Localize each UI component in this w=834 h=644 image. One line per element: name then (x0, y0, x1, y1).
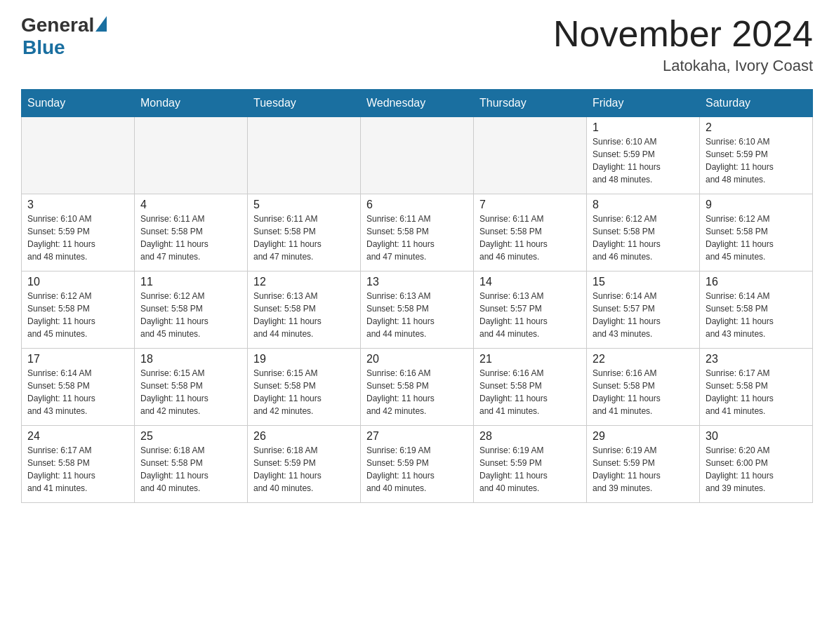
day-number: 2 (706, 121, 807, 134)
calendar-cell: 7Sunrise: 6:11 AM Sunset: 5:58 PM Daylig… (474, 194, 587, 271)
day-number: 9 (706, 199, 807, 211)
day-info: Sunrise: 6:12 AM Sunset: 5:58 PM Dayligh… (593, 214, 661, 262)
location: Latokaha, Ivory Coast (553, 57, 813, 75)
day-number: 15 (593, 276, 694, 288)
day-info: Sunrise: 6:11 AM Sunset: 5:58 PM Dayligh… (253, 214, 322, 262)
day-number: 30 (706, 430, 807, 443)
calendar-cell: 13Sunrise: 6:13 AM Sunset: 5:58 PM Dayli… (361, 271, 474, 349)
calendar-cell: 10Sunrise: 6:12 AM Sunset: 5:58 PM Dayli… (22, 271, 135, 349)
logo-triangle-icon (95, 16, 107, 32)
day-number: 24 (27, 430, 128, 443)
day-number: 27 (366, 430, 468, 443)
calendar-cell: 9Sunrise: 6:12 AM Sunset: 5:58 PM Daylig… (700, 194, 813, 271)
day-number: 28 (479, 430, 581, 443)
day-info: Sunrise: 6:13 AM Sunset: 5:58 PM Dayligh… (366, 291, 435, 339)
day-info: Sunrise: 6:18 AM Sunset: 5:59 PM Dayligh… (253, 445, 322, 493)
calendar-cell: 18Sunrise: 6:15 AM Sunset: 5:58 PM Dayli… (135, 349, 248, 426)
calendar-cell: 8Sunrise: 6:12 AM Sunset: 5:58 PM Daylig… (587, 194, 700, 271)
calendar-cell: 12Sunrise: 6:13 AM Sunset: 5:58 PM Dayli… (248, 271, 361, 349)
day-info: Sunrise: 6:11 AM Sunset: 5:58 PM Dayligh… (140, 214, 208, 262)
calendar-cell: 11Sunrise: 6:12 AM Sunset: 5:58 PM Dayli… (135, 271, 248, 349)
day-number: 17 (27, 353, 128, 365)
weekday-header-wednesday: Wednesday (361, 90, 474, 117)
day-number: 8 (593, 199, 694, 211)
weekday-header-sunday: Sunday (22, 90, 135, 117)
weekday-header-monday: Monday (135, 90, 248, 117)
calendar-cell (22, 117, 135, 194)
weekday-header-saturday: Saturday (700, 90, 813, 117)
day-number: 13 (366, 276, 468, 288)
calendar-week-3: 10Sunrise: 6:12 AM Sunset: 5:58 PM Dayli… (22, 271, 813, 349)
day-info: Sunrise: 6:15 AM Sunset: 5:58 PM Dayligh… (140, 368, 208, 416)
weekday-header-tuesday: Tuesday (248, 90, 361, 117)
day-number: 3 (27, 199, 128, 211)
calendar-cell (248, 117, 361, 194)
day-info: Sunrise: 6:15 AM Sunset: 5:58 PM Dayligh… (253, 368, 322, 416)
day-number: 16 (706, 276, 807, 288)
calendar-cell (474, 117, 587, 194)
day-number: 18 (140, 353, 241, 365)
day-info: Sunrise: 6:10 AM Sunset: 5:59 PM Dayligh… (27, 214, 95, 262)
weekday-header-row: SundayMondayTuesdayWednesdayThursdayFrid… (22, 90, 813, 117)
day-number: 25 (140, 430, 241, 443)
calendar-week-2: 3Sunrise: 6:10 AM Sunset: 5:59 PM Daylig… (22, 194, 813, 271)
calendar-cell: 6Sunrise: 6:11 AM Sunset: 5:58 PM Daylig… (361, 194, 474, 271)
calendar-cell: 4Sunrise: 6:11 AM Sunset: 5:58 PM Daylig… (135, 194, 248, 271)
day-info: Sunrise: 6:14 AM Sunset: 5:58 PM Dayligh… (706, 291, 774, 339)
day-info: Sunrise: 6:16 AM Sunset: 5:58 PM Dayligh… (479, 368, 548, 416)
calendar-cell: 2Sunrise: 6:10 AM Sunset: 5:59 PM Daylig… (700, 117, 813, 194)
day-info: Sunrise: 6:13 AM Sunset: 5:58 PM Dayligh… (253, 291, 322, 339)
day-number: 14 (479, 276, 581, 288)
day-number: 26 (253, 430, 355, 443)
calendar-cell: 23Sunrise: 6:17 AM Sunset: 5:58 PM Dayli… (700, 349, 813, 426)
calendar-cell: 27Sunrise: 6:19 AM Sunset: 5:59 PM Dayli… (361, 426, 474, 503)
day-info: Sunrise: 6:12 AM Sunset: 5:58 PM Dayligh… (706, 214, 774, 262)
day-number: 1 (593, 121, 694, 134)
day-info: Sunrise: 6:20 AM Sunset: 6:00 PM Dayligh… (706, 445, 774, 493)
calendar-cell: 5Sunrise: 6:11 AM Sunset: 5:58 PM Daylig… (248, 194, 361, 271)
day-info: Sunrise: 6:11 AM Sunset: 5:58 PM Dayligh… (366, 214, 435, 262)
day-number: 10 (27, 276, 128, 288)
calendar-cell: 28Sunrise: 6:19 AM Sunset: 5:59 PM Dayli… (474, 426, 587, 503)
day-info: Sunrise: 6:16 AM Sunset: 5:58 PM Dayligh… (366, 368, 435, 416)
logo: General Blue (21, 14, 107, 59)
day-number: 11 (140, 276, 241, 288)
logo-blue-text: Blue (22, 36, 65, 59)
calendar-cell: 25Sunrise: 6:18 AM Sunset: 5:58 PM Dayli… (135, 426, 248, 503)
page-header: General Blue November 2024 Latokaha, Ivo… (21, 14, 813, 75)
day-number: 5 (253, 199, 355, 211)
calendar-cell: 30Sunrise: 6:20 AM Sunset: 6:00 PM Dayli… (700, 426, 813, 503)
calendar-table: SundayMondayTuesdayWednesdayThursdayFrid… (21, 89, 813, 503)
day-info: Sunrise: 6:14 AM Sunset: 5:57 PM Dayligh… (593, 291, 661, 339)
day-info: Sunrise: 6:19 AM Sunset: 5:59 PM Dayligh… (593, 445, 661, 493)
calendar-cell: 29Sunrise: 6:19 AM Sunset: 5:59 PM Dayli… (587, 426, 700, 503)
day-number: 19 (253, 353, 355, 365)
calendar-cell: 16Sunrise: 6:14 AM Sunset: 5:58 PM Dayli… (700, 271, 813, 349)
day-number: 21 (479, 353, 581, 365)
day-info: Sunrise: 6:11 AM Sunset: 5:58 PM Dayligh… (479, 214, 548, 262)
day-info: Sunrise: 6:16 AM Sunset: 5:58 PM Dayligh… (593, 368, 661, 416)
day-number: 29 (593, 430, 694, 443)
calendar-week-5: 24Sunrise: 6:17 AM Sunset: 5:58 PM Dayli… (22, 426, 813, 503)
day-number: 7 (479, 199, 581, 211)
calendar-cell: 14Sunrise: 6:13 AM Sunset: 5:57 PM Dayli… (474, 271, 587, 349)
day-number: 12 (253, 276, 355, 288)
logo-top: General (21, 14, 107, 36)
calendar-cell: 19Sunrise: 6:15 AM Sunset: 5:58 PM Dayli… (248, 349, 361, 426)
day-info: Sunrise: 6:12 AM Sunset: 5:58 PM Dayligh… (27, 291, 95, 339)
weekday-header-friday: Friday (587, 90, 700, 117)
title-area: November 2024 Latokaha, Ivory Coast (553, 14, 813, 75)
day-number: 6 (366, 199, 468, 211)
day-info: Sunrise: 6:10 AM Sunset: 5:59 PM Dayligh… (706, 137, 774, 185)
calendar-cell: 3Sunrise: 6:10 AM Sunset: 5:59 PM Daylig… (22, 194, 135, 271)
day-number: 4 (140, 199, 241, 211)
weekday-header-thursday: Thursday (474, 90, 587, 117)
day-info: Sunrise: 6:19 AM Sunset: 5:59 PM Dayligh… (366, 445, 435, 493)
month-title: November 2024 (553, 14, 813, 54)
day-info: Sunrise: 6:13 AM Sunset: 5:57 PM Dayligh… (479, 291, 548, 339)
calendar-cell: 24Sunrise: 6:17 AM Sunset: 5:58 PM Dayli… (22, 426, 135, 503)
calendar-cell (135, 117, 248, 194)
calendar-cell: 21Sunrise: 6:16 AM Sunset: 5:58 PM Dayli… (474, 349, 587, 426)
day-info: Sunrise: 6:10 AM Sunset: 5:59 PM Dayligh… (593, 137, 661, 185)
calendar-week-4: 17Sunrise: 6:14 AM Sunset: 5:58 PM Dayli… (22, 349, 813, 426)
